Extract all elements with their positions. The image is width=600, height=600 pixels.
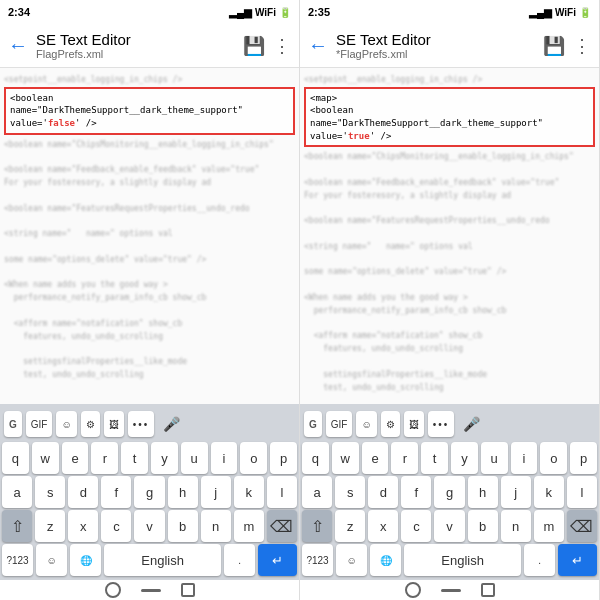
sticker-btn-left[interactable]: 🖼	[104, 411, 124, 437]
key-m-right[interactable]: m	[534, 510, 564, 542]
key-x-left[interactable]: x	[68, 510, 98, 542]
gif-btn-right[interactable]: GIF	[326, 411, 353, 437]
key-s-left[interactable]: s	[35, 476, 65, 508]
key-w-left[interactable]: w	[32, 442, 59, 474]
key-m-left[interactable]: m	[234, 510, 264, 542]
key-z-right[interactable]: z	[335, 510, 365, 542]
key-i-right[interactable]: i	[511, 442, 538, 474]
key-l-left[interactable]: l	[267, 476, 297, 508]
more-icon-left[interactable]: ⋮	[273, 35, 291, 57]
sticker-btn-right[interactable]: 🖼	[404, 411, 424, 437]
emoji-btn-left[interactable]: ☺	[56, 411, 76, 437]
shift-key-left[interactable]: ⇧	[2, 510, 32, 542]
key-j-left[interactable]: j	[201, 476, 231, 508]
back-nav-left[interactable]	[105, 582, 121, 598]
key-t-left[interactable]: t	[121, 442, 148, 474]
key-p-left[interactable]: p	[270, 442, 297, 474]
key-c-right[interactable]: c	[401, 510, 431, 542]
editor-area-left[interactable]: <setpoint__enable_logging_in_chips /> <b…	[0, 68, 299, 404]
emoji2-key-left[interactable]: ☺	[36, 544, 67, 576]
key-h-left[interactable]: h	[168, 476, 198, 508]
key-e-left[interactable]: e	[62, 442, 89, 474]
key-w-right[interactable]: w	[332, 442, 359, 474]
save-icon-left[interactable]: 💾	[243, 35, 265, 57]
space-key-left[interactable]: English	[104, 544, 221, 576]
back-button-left[interactable]: ←	[8, 34, 28, 57]
key-k-right[interactable]: k	[534, 476, 564, 508]
key-y-right[interactable]: y	[451, 442, 478, 474]
key-j-right[interactable]: j	[501, 476, 531, 508]
gif-btn-left[interactable]: GIF	[26, 411, 53, 437]
key-e-right[interactable]: e	[362, 442, 389, 474]
enter-key-right[interactable]: ↵	[558, 544, 597, 576]
keyboard-left[interactable]: G GIF ☺ ⚙ 🖼 ••• 🎤 q w e r t y u i o p a …	[0, 404, 299, 580]
period-key-left[interactable]: .	[224, 544, 255, 576]
shift-key-right[interactable]: ⇧	[302, 510, 332, 542]
globe-key-right[interactable]: 🌐	[370, 544, 401, 576]
key-g-right[interactable]: g	[434, 476, 464, 508]
key-r-left[interactable]: r	[91, 442, 118, 474]
more-icon-right[interactable]: ⋮	[573, 35, 591, 57]
google-btn-left[interactable]: G	[4, 411, 22, 437]
key-o-right[interactable]: o	[540, 442, 567, 474]
num-key-right[interactable]: ?123	[302, 544, 333, 576]
key-d-left[interactable]: d	[68, 476, 98, 508]
key-q-left[interactable]: q	[2, 442, 29, 474]
settings-btn-left[interactable]: ⚙	[81, 411, 100, 437]
key-u-right[interactable]: u	[481, 442, 508, 474]
key-n-right[interactable]: n	[501, 510, 531, 542]
key-i-left[interactable]: i	[211, 442, 238, 474]
key-v-right[interactable]: v	[434, 510, 464, 542]
key-h-right[interactable]: h	[468, 476, 498, 508]
key-t-right[interactable]: t	[421, 442, 448, 474]
key-a-left[interactable]: a	[2, 476, 32, 508]
key-l-right[interactable]: l	[567, 476, 597, 508]
space-key-right[interactable]: English	[404, 544, 521, 576]
battery-icon-left: 🔋	[279, 7, 291, 18]
keyboard-right[interactable]: G GIF ☺ ⚙ 🖼 ••• 🎤 q w e r t y u i o p a …	[300, 404, 599, 580]
home-nav-left[interactable]	[141, 589, 161, 592]
more-btn-right[interactable]: •••	[428, 411, 455, 437]
key-g-left[interactable]: g	[134, 476, 164, 508]
recents-nav-left[interactable]	[181, 583, 195, 597]
key-k-left[interactable]: k	[234, 476, 264, 508]
home-nav-right[interactable]	[441, 589, 461, 592]
key-b-left[interactable]: b	[168, 510, 198, 542]
editor-area-right[interactable]: <setpoint__enable_logging_in_chips /> <m…	[300, 68, 599, 404]
key-f-left[interactable]: f	[101, 476, 131, 508]
emoji2-key-right[interactable]: ☺	[336, 544, 367, 576]
key-x-right[interactable]: x	[368, 510, 398, 542]
key-c-left[interactable]: c	[101, 510, 131, 542]
mic-btn-right[interactable]: 🎤	[458, 411, 485, 437]
google-btn-right[interactable]: G	[304, 411, 322, 437]
more-btn-left[interactable]: •••	[128, 411, 155, 437]
key-q-right[interactable]: q	[302, 442, 329, 474]
save-icon-right[interactable]: 💾	[543, 35, 565, 57]
settings-btn-right[interactable]: ⚙	[381, 411, 400, 437]
value-false: false	[48, 118, 75, 128]
delete-key-right[interactable]: ⌫	[567, 510, 597, 542]
key-n-left[interactable]: n	[201, 510, 231, 542]
emoji-btn-right[interactable]: ☺	[356, 411, 376, 437]
key-v-left[interactable]: v	[134, 510, 164, 542]
back-button-right[interactable]: ←	[308, 34, 328, 57]
key-o-left[interactable]: o	[240, 442, 267, 474]
mic-btn-left[interactable]: 🎤	[158, 411, 185, 437]
key-z-left[interactable]: z	[35, 510, 65, 542]
key-y-left[interactable]: y	[151, 442, 178, 474]
key-p-right[interactable]: p	[570, 442, 597, 474]
key-s-right[interactable]: s	[335, 476, 365, 508]
delete-key-left[interactable]: ⌫	[267, 510, 297, 542]
num-key-left[interactable]: ?123	[2, 544, 33, 576]
key-f-right[interactable]: f	[401, 476, 431, 508]
key-d-right[interactable]: d	[368, 476, 398, 508]
period-key-right[interactable]: .	[524, 544, 555, 576]
key-r-right[interactable]: r	[391, 442, 418, 474]
key-b-right[interactable]: b	[468, 510, 498, 542]
recents-nav-right[interactable]	[481, 583, 495, 597]
key-u-left[interactable]: u	[181, 442, 208, 474]
back-nav-right[interactable]	[405, 582, 421, 598]
globe-key-left[interactable]: 🌐	[70, 544, 101, 576]
key-a-right[interactable]: a	[302, 476, 332, 508]
enter-key-left[interactable]: ↵	[258, 544, 297, 576]
